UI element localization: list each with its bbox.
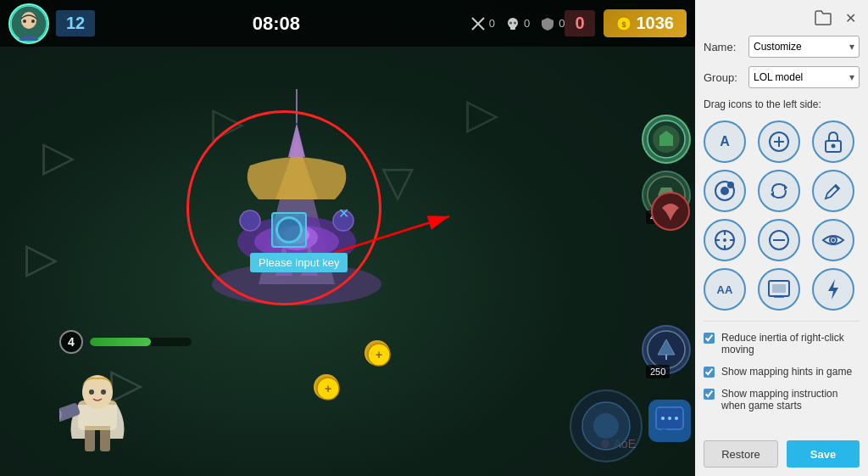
save-button[interactable]: Save	[787, 440, 860, 468]
sidebar-panel: ✕ Name: Customize ▾ Group: LOL model ▾ D…	[695, 0, 868, 476]
health-bar	[90, 338, 192, 346]
svg-marker-15	[288, 123, 305, 157]
svg-point-59	[727, 182, 734, 188]
icon-lightning-btn[interactable]	[812, 268, 854, 311]
close-popup-button[interactable]: ✕	[338, 205, 349, 221]
hud-top-bar: 12 08:08 0 0	[0, 0, 695, 47]
svg-point-72	[832, 238, 835, 242]
svg-text:+: +	[325, 382, 331, 395]
svg-text:$: $	[621, 20, 626, 29]
group-select[interactable]: LOL model ▾	[748, 66, 860, 88]
svg-point-3	[31, 20, 35, 23]
item-circle-1[interactable]	[642, 115, 691, 164]
swords-stat: 0	[470, 16, 495, 31]
svg-point-18	[240, 210, 260, 231]
gold-display: $ 1036	[604, 9, 687, 37]
svg-point-2	[23, 20, 26, 23]
svg-point-58	[721, 187, 729, 195]
price-badge-2: 250	[646, 365, 670, 378]
kill-count: 12	[56, 10, 95, 36]
restore-button[interactable]: Restore	[704, 440, 778, 468]
sidebar-close-icon[interactable]: ✕	[841, 8, 860, 27]
svg-point-8	[514, 21, 516, 24]
svg-rect-74	[772, 284, 786, 293]
drag-instructions-label: Drag icons to the left side:	[704, 98, 860, 110]
coin-1: +	[314, 374, 339, 400]
sidebar-header: ✕	[704, 8, 860, 27]
icon-screen-btn[interactable]	[758, 268, 800, 311]
key-box[interactable]	[271, 212, 307, 248]
icon-crosshair-btn[interactable]	[704, 219, 746, 261]
player-character-area: Ferris Marina&35 4	[59, 330, 192, 459]
hud-stats: 0 0 0	[470, 16, 565, 31]
svg-point-51	[593, 413, 619, 439]
key-input-label: Please input key	[250, 253, 348, 272]
svg-point-44	[675, 417, 678, 420]
svg-point-31	[89, 389, 94, 395]
icon-pencil-btn[interactable]	[812, 170, 854, 212]
red-skill-btn[interactable]	[650, 191, 691, 235]
direction-arrow-2: ▷	[25, 233, 58, 283]
icon-record-btn[interactable]	[704, 170, 746, 212]
group-label: Group:	[704, 71, 742, 84]
player-avatar	[8, 3, 49, 44]
bottom-buttons: Restore Save	[704, 440, 860, 468]
svg-point-56	[832, 144, 836, 148]
icon-a-btn[interactable]: A	[704, 120, 746, 163]
name-select-arrow: ▾	[849, 41, 854, 53]
group-select-arrow: ▾	[849, 71, 854, 83]
item-circle-3-container: 250	[642, 325, 691, 374]
svg-point-7	[509, 21, 512, 24]
direction-arrow-1: ▷	[42, 132, 75, 181]
game-timer: 08:08	[95, 13, 457, 35]
icon-grid: A	[704, 120, 860, 311]
divider-1	[704, 321, 860, 322]
game-content: ▷ ▷ ▷ ▷ ▽ ▷	[0, 47, 695, 476]
game-area: 12 08:08 0 0	[0, 0, 695, 476]
coin-2: +	[364, 340, 390, 366]
svg-point-43	[668, 417, 671, 420]
health-bar-container: 4	[59, 330, 192, 354]
icon-no-btn[interactable]	[758, 219, 800, 261]
svg-point-68	[723, 238, 726, 242]
sidebar-folder-icon[interactable]	[814, 8, 832, 27]
group-row: Group: LOL model ▾	[704, 66, 860, 88]
death-count: 0	[565, 10, 594, 36]
name-select[interactable]: Customize ▾	[748, 36, 860, 58]
show-mapping-instruction-checkbox[interactable]	[704, 389, 715, 400]
svg-marker-61	[771, 191, 774, 198]
svg-point-42	[661, 417, 665, 420]
health-fill	[90, 338, 151, 346]
show-mapping-hints-checkbox[interactable]	[704, 367, 715, 378]
chat-button[interactable]	[648, 400, 691, 442]
central-structure	[170, 89, 424, 327]
svg-rect-9	[510, 26, 515, 30]
svg-marker-60	[784, 184, 787, 191]
reduce-inertia-checkbox[interactable]	[704, 333, 715, 344]
key-input-popup[interactable]: ✕ Please input key	[271, 212, 356, 246]
checkbox-row-3: Show mapping instruction when game start…	[704, 388, 860, 412]
reduce-inertia-label: Reduce inertia of right-click moving	[721, 332, 860, 356]
name-row: Name: Customize ▾	[704, 36, 860, 58]
joystick-area[interactable]	[568, 388, 644, 468]
checkbox-row-1: Reduce inertia of right-click moving	[704, 332, 860, 356]
player-sprite	[59, 362, 136, 456]
svg-text:+: +	[376, 348, 382, 361]
icon-aa-btn[interactable]: AA	[704, 268, 746, 311]
checkbox-row-2: Show mapping hints in game	[704, 366, 860, 378]
key-circle-inner	[275, 216, 303, 244]
direction-arrow-6: ▷	[466, 89, 498, 138]
player-level: 4	[59, 330, 83, 354]
icon-eye-btn[interactable]	[812, 219, 854, 261]
icon-lock-btn[interactable]	[812, 120, 854, 163]
skull-stat: 0	[505, 16, 530, 31]
shield-stat: 0	[540, 16, 565, 31]
icon-refresh-btn[interactable]	[758, 170, 800, 212]
svg-point-32	[101, 389, 106, 395]
icon-plus-circle-btn[interactable]	[758, 120, 800, 163]
name-label: Name:	[704, 41, 742, 53]
show-mapping-instruction-label: Show mapping instruction when game start…	[721, 388, 860, 412]
show-mapping-hints-label: Show mapping hints in game	[721, 366, 852, 378]
